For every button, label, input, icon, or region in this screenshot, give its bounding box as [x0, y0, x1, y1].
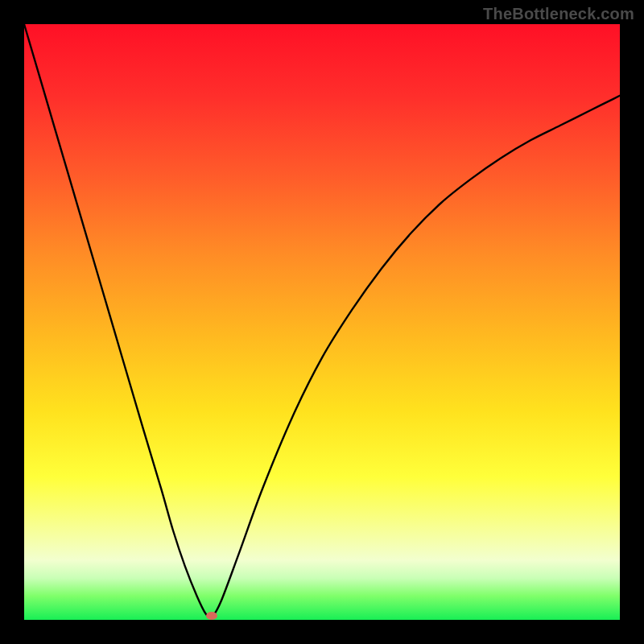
- curve-svg: [24, 24, 620, 620]
- chart-frame: TheBottleneck.com: [0, 0, 644, 644]
- bottleneck-curve-path: [24, 24, 620, 617]
- min-marker: [206, 612, 217, 620]
- plot-area: [24, 24, 620, 620]
- watermark-text: TheBottleneck.com: [483, 5, 634, 23]
